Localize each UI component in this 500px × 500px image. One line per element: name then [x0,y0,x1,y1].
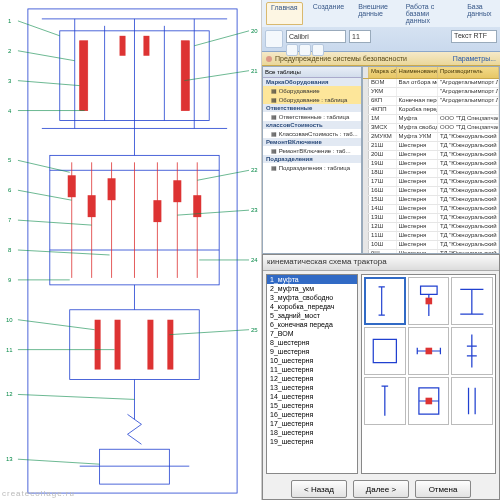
cell[interactable]: 2МУКМ [369,133,397,141]
table-row[interactable]: 4КППКоробка передач [363,106,499,115]
nav-item[interactable]: ▦ Оборудование [263,86,361,95]
cell[interactable]: ТД "Южноуральский [438,169,499,177]
thumbnail[interactable] [364,327,406,375]
cell[interactable]: 1М [369,115,397,123]
cell[interactable]: ТД "Южноуральский [438,133,499,141]
list-item[interactable]: 5_задний_мост [267,311,357,320]
list-item[interactable]: 18_шестерня [267,428,357,437]
cell[interactable]: 10Ш [369,241,397,249]
table-row[interactable]: 12ШШестерняТД "Южноуральский [363,223,499,232]
tab-external[interactable]: Внешние данные [354,2,395,25]
thumbnail[interactable] [364,277,406,325]
table-row[interactable]: 20ШШестерняТД "Южноуральский [363,151,499,160]
table-row[interactable]: 15ШШестерняТД "Южноуральский [363,196,499,205]
font-size[interactable] [349,30,371,43]
cell[interactable]: ТД "Южноуральский [438,205,499,213]
list-item[interactable]: 15_шестерня [267,401,357,410]
list-item[interactable]: 1_муфта [267,275,357,284]
list-item[interactable]: 13_шестерня [267,383,357,392]
cell[interactable]: Шестерня [397,151,438,159]
table-row[interactable]: 19ШШестерняТД "Южноуральский [363,160,499,169]
list-item[interactable]: 16_шестерня [267,410,357,419]
cell[interactable] [438,106,499,114]
table-row[interactable]: 2МУКММуфта УКМТД "Южноуральский [363,133,499,142]
cell[interactable]: 13Ш [369,214,397,222]
list-item[interactable]: 12_шестерня [267,374,357,383]
table-row[interactable]: 1ММуфтаООО "ТД Спецзапчас [363,115,499,124]
cell[interactable]: ТД "Южноуральский [438,160,499,168]
list-item[interactable]: 6_конечная переда [267,320,357,329]
list-item[interactable]: 9_шестерня [267,347,357,356]
nav-item[interactable]: ▦ Подразделения : таблица [263,163,361,172]
col-name[interactable]: Наименование оборудования [397,67,438,78]
tab-create[interactable]: Создание [309,2,349,25]
cell[interactable]: 14Ш [369,205,397,213]
list-item[interactable]: 7_ВОМ [267,329,357,338]
list-item[interactable]: 19_шестерня [267,437,357,446]
cell[interactable]: Шестерня [397,169,438,177]
list-item[interactable]: 11_шестерня [267,365,357,374]
list-item[interactable]: 17_шестерня [267,419,357,428]
tab-dbtools[interactable]: Работа с базами данных [402,2,458,25]
cell[interactable]: Муфта свободного хода [397,124,438,132]
cell[interactable]: Муфта [397,115,438,123]
cell[interactable]: ТД "Южноуральский [438,241,499,249]
cell[interactable]: Муфта УКМ [397,133,438,141]
cell[interactable] [397,88,438,96]
cell[interactable]: ООО "ТД Спецзапчас [438,115,499,123]
cell[interactable]: Шестерня [397,223,438,231]
cell[interactable]: Шестерня [397,205,438,213]
cell[interactable]: 6КП [369,97,397,105]
list-item[interactable]: 10_шестерня [267,356,357,365]
list-item[interactable]: 3_муфта_свободно [267,293,357,302]
table-row[interactable]: 16ШШестерняТД "Южноуральский [363,187,499,196]
cell[interactable]: ТД "Южноуральский [438,223,499,231]
nav-section[interactable]: Подразделения [263,155,361,163]
thumbnail[interactable] [364,377,406,425]
cell[interactable]: ТД "Южноуральский [438,232,499,240]
table-row[interactable]: 14ШШестерняТД "Южноуральский [363,205,499,214]
table-row[interactable]: 18ШШестерняТД "Южноуральский [363,169,499,178]
table-row[interactable]: 11ШШестерняТД "Южноуральский [363,232,499,241]
cell[interactable]: 18Ш [369,169,397,177]
cell[interactable]: 11Ш [369,232,397,240]
cell[interactable]: 16Ш [369,187,397,195]
list-item[interactable]: 4_коробка_передач [267,302,357,311]
cell[interactable]: Коробка передач [397,106,438,114]
back-button[interactable]: < Назад [291,480,347,498]
nav-section[interactable]: РемонтВКлючение [263,138,361,146]
tab-database[interactable]: База данных [463,2,496,25]
thumbnail[interactable] [451,277,493,325]
cell[interactable]: "Агродетальимпорт Л [438,88,499,96]
cell[interactable]: ТД "Южноуральский [438,178,499,186]
cell[interactable]: ТД "Южноуральский [438,187,499,195]
table-row[interactable]: 3МСХМуфта свободного ходаООО "ТД Спецзап… [363,124,499,133]
cell[interactable]: 4КПП [369,106,397,114]
cell[interactable]: "Агродетальимпорт Л [438,79,499,87]
thumbnail[interactable] [408,327,450,375]
table-row[interactable]: УКМ"Агродетальимпорт Л [363,88,499,97]
col-producer[interactable]: Производитель [438,67,499,78]
cell[interactable]: 19Ш [369,160,397,168]
nav-item[interactable]: ▦ КлассоваяСтоимость : таб... [263,129,361,138]
table-row[interactable]: 21ШШестерняТД "Южноуральский [363,142,499,151]
next-button[interactable]: Далее > [353,480,409,498]
cell[interactable]: 21Ш [369,142,397,150]
cell[interactable]: Шестерня [397,214,438,222]
thumbnail[interactable] [451,377,493,425]
options-link[interactable]: Параметры... [453,55,496,62]
block-list[interactable]: 1_муфта2_муфта_укм3_муфта_свободно4_коро… [266,274,358,474]
cell[interactable]: 20Ш [369,151,397,159]
nav-item[interactable]: ▦ Оборудование : таблица [263,95,361,104]
tab-home[interactable]: Главная [266,2,303,25]
thumbnail[interactable] [408,277,450,325]
cell[interactable]: ТД "Южноуральский [438,142,499,150]
table-row[interactable]: ВОМВал отбора мощности"Агродетальимпорт … [363,79,499,88]
nav-item[interactable]: ▦ РемонтВКлючение : таб... [263,146,361,155]
cell[interactable]: Шестерня [397,160,438,168]
cell[interactable]: ТД "Южноуральский [438,151,499,159]
cell[interactable]: Шестерня [397,178,438,186]
cell[interactable]: Шестерня [397,187,438,195]
cell[interactable]: ВОМ [369,79,397,87]
cell[interactable]: 3МСХ [369,124,397,132]
